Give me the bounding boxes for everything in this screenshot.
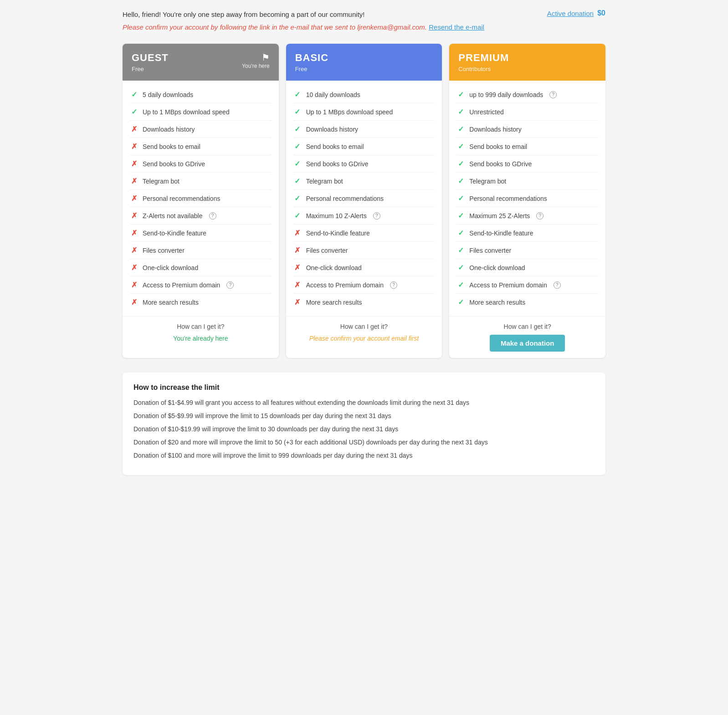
check-icon: ✓ — [456, 298, 465, 306]
feature-row: ✗Send-to-Kindle feature — [293, 225, 435, 242]
feature-text: One-click download — [143, 264, 198, 271]
feature-text: Downloads history — [143, 126, 195, 133]
plan-card-guest: GUESTFree⚑You're here✓5 daily downloads✓… — [123, 44, 279, 358]
check-icon: ✓ — [456, 159, 465, 168]
feature-row: ✗Telegram bot — [130, 173, 272, 190]
check-icon: ✓ — [456, 90, 465, 99]
check-icon: ✓ — [456, 177, 465, 185]
feature-row: ✗Personal recommendations — [130, 190, 272, 207]
help-icon[interactable]: ? — [549, 91, 557, 98]
feature-text: Telegram bot — [306, 178, 343, 185]
feature-text: 5 daily downloads — [143, 91, 193, 98]
feature-row: ✗Send books to GDrive — [130, 155, 272, 173]
feature-text: Personal recommendations — [306, 195, 384, 202]
feature-row: ✓Personal recommendations — [456, 190, 598, 207]
check-icon: ✓ — [456, 194, 465, 203]
how-label: How can I get it? — [456, 323, 598, 330]
feature-text: Maximum 10 Z-Alerts — [306, 212, 367, 220]
cross-icon: ✗ — [293, 263, 302, 272]
check-icon: ✓ — [456, 229, 465, 237]
cross-icon: ✗ — [293, 281, 302, 289]
check-icon: ✓ — [293, 194, 302, 203]
cross-icon: ✗ — [130, 246, 138, 255]
help-icon[interactable]: ? — [226, 281, 234, 289]
check-icon: ✓ — [456, 107, 465, 116]
feature-text: Up to 1 MBps download speed — [306, 108, 393, 116]
feature-text: More search results — [306, 299, 362, 306]
feature-row: ✗Files converter — [293, 242, 435, 259]
feature-row: ✗Files converter — [130, 242, 272, 259]
plan-header-basic: BASICFree — [286, 44, 442, 81]
header-text: Hello, friend! You're only one step away… — [123, 9, 484, 33]
cross-icon: ✗ — [130, 298, 138, 306]
check-icon: ✓ — [456, 142, 465, 151]
help-icon[interactable]: ? — [209, 212, 216, 220]
plan-subtitle-premium: Contributors — [458, 66, 509, 72]
feature-row: ✓Send books to GDrive — [293, 155, 435, 173]
already-here-text: You're already here — [130, 335, 272, 342]
feature-row: ✓up to 999 daily downloads? — [456, 86, 598, 103]
hello-line: Hello, friend! You're only one step away… — [123, 9, 484, 20]
feature-row: ✓One-click download — [456, 259, 598, 276]
feature-row: ✗Downloads history — [130, 121, 272, 138]
info-line: Donation of $10-$19.99 will improve the … — [133, 424, 595, 434]
check-icon: ✓ — [293, 90, 302, 99]
feature-text: More search results — [143, 299, 199, 306]
feature-text: Send books to email — [143, 143, 200, 150]
check-icon: ✓ — [456, 263, 465, 272]
feature-row: ✓Telegram bot — [456, 173, 598, 190]
feature-text: Send books to email — [306, 143, 364, 150]
feature-row: ✓Files converter — [456, 242, 598, 259]
plan-footer-premium: How can I get it?Make a donation — [449, 316, 605, 358]
feature-row: ✓Send books to GDrive — [456, 155, 598, 173]
feature-row: ✓Up to 1 MBps download speed — [130, 103, 272, 121]
feature-text: Access to Premium domain — [469, 281, 547, 289]
confirm-text: Please confirm your account by following… — [123, 23, 427, 31]
check-icon: ✓ — [130, 107, 138, 116]
check-icon: ✓ — [293, 142, 302, 151]
plan-card-basic: BASICFree✓10 daily downloads✓Up to 1 MBp… — [286, 44, 442, 358]
plan-title-basic: BASIC — [295, 52, 328, 64]
feature-row: ✓5 daily downloads — [130, 86, 272, 103]
feature-row: ✗Z-Alerts not available? — [130, 207, 272, 225]
plan-footer-basic: How can I get it?Please confirm your acc… — [286, 316, 442, 348]
feature-text: Files converter — [143, 247, 185, 254]
feature-row: ✓Access to Premium domain? — [456, 276, 598, 294]
feature-text: Access to Premium domain — [306, 281, 384, 289]
feature-text: Telegram bot — [469, 178, 506, 185]
feature-text: Files converter — [306, 247, 348, 254]
feature-row: ✓Send books to email — [293, 138, 435, 155]
how-label: How can I get it? — [130, 323, 272, 330]
info-line: Donation of $20 and more will improve th… — [133, 438, 595, 447]
info-line: Donation of $1-$4.99 will grant you acce… — [133, 398, 595, 408]
feature-text: 10 daily downloads — [306, 91, 360, 98]
info-title: How to increase the limit — [133, 383, 595, 392]
feature-row: ✓More search results — [456, 294, 598, 311]
check-icon: ✓ — [293, 177, 302, 185]
feature-row: ✗More search results — [293, 294, 435, 311]
feature-text: One-click download — [306, 264, 362, 271]
feature-row: ✓Send-to-Kindle feature — [456, 225, 598, 242]
feature-text: Z-Alerts not available — [143, 212, 203, 220]
cross-icon: ✗ — [130, 211, 138, 220]
cross-icon: ✗ — [130, 142, 138, 151]
feature-text: Downloads history — [306, 126, 358, 133]
resend-link[interactable]: Resend the e-mail — [429, 23, 484, 31]
active-donation-link[interactable]: Active donation — [547, 10, 594, 17]
cross-icon: ✗ — [130, 281, 138, 289]
check-icon: ✓ — [456, 211, 465, 220]
feature-text: Send books to GDrive — [143, 160, 205, 168]
feature-text: Send books to GDrive — [306, 160, 369, 168]
feature-text: Personal recommendations — [469, 195, 547, 202]
check-icon: ✓ — [456, 281, 465, 289]
help-icon[interactable]: ? — [373, 212, 380, 220]
make-donation-button[interactable]: Make a donation — [490, 335, 565, 352]
cross-icon: ✗ — [130, 229, 138, 237]
badge-text-guest: You're here — [242, 63, 270, 69]
check-icon: ✓ — [456, 246, 465, 255]
help-icon[interactable]: ? — [554, 281, 561, 289]
plan-badge-guest: ⚑You're here — [242, 52, 270, 69]
help-icon[interactable]: ? — [390, 281, 397, 289]
feature-text: Access to Premium domain — [143, 281, 220, 289]
help-icon[interactable]: ? — [536, 212, 543, 220]
